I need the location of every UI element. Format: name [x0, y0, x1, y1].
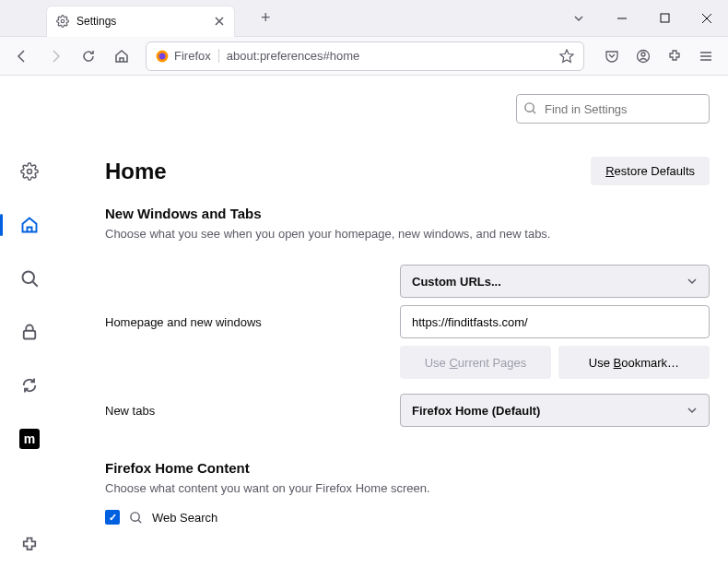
reload-button[interactable]	[74, 41, 103, 71]
find-in-settings-input[interactable]	[516, 94, 710, 124]
new-tab-button[interactable]: +	[253, 8, 278, 28]
settings-sidebar: m	[0, 76, 59, 567]
page-title: Home	[105, 159, 167, 184]
chevron-down-icon[interactable]	[557, 13, 601, 24]
homepage-label: Homepage and new windows	[105, 315, 391, 329]
gear-icon	[56, 15, 69, 28]
m-badge-icon: m	[19, 429, 40, 449]
svg-point-0	[61, 19, 65, 23]
sidebar-item-sync[interactable]	[17, 372, 42, 398]
pocket-icon[interactable]	[597, 41, 627, 71]
websearch-checkbox[interactable]	[105, 510, 120, 525]
homepage-select-value: Custom URLs...	[412, 275, 501, 289]
newtabs-select-value: Firefox Home (Default)	[412, 404, 540, 418]
use-bookmark-button[interactable]: Use Bookmark…	[558, 346, 710, 379]
search-icon	[523, 101, 537, 115]
back-button[interactable]	[7, 41, 37, 71]
minimize-button[interactable]	[601, 0, 643, 37]
extensions-icon[interactable]	[660, 41, 689, 71]
sidebar-item-general[interactable]	[17, 159, 42, 184]
sidebar-item-extensions[interactable]	[17, 541, 42, 567]
window-titlebar: Settings +	[0, 0, 728, 37]
maximize-button[interactable]	[643, 0, 686, 37]
menu-icon[interactable]	[691, 41, 721, 71]
svg-rect-8	[24, 331, 36, 339]
websearch-label: Web Search	[152, 511, 217, 525]
sidebar-item-search[interactable]	[17, 266, 42, 291]
homepage-mode-select[interactable]: Custom URLs...	[400, 265, 710, 298]
svg-rect-1	[661, 14, 669, 22]
home-button[interactable]	[107, 41, 136, 71]
svg-point-10	[131, 512, 139, 520]
section-home-content-title: Firefox Home Content	[105, 460, 710, 476]
close-window-button[interactable]	[686, 0, 728, 37]
sidebar-item-home[interactable]	[17, 212, 42, 238]
newtabs-select[interactable]: Firefox Home (Default)	[400, 394, 710, 427]
search-icon	[129, 511, 143, 525]
url-bar[interactable]: Firefox about:preferences#home	[146, 41, 584, 71]
svg-point-5	[641, 53, 645, 56]
svg-point-9	[525, 103, 534, 112]
chevron-down-icon	[687, 276, 698, 287]
svg-point-6	[28, 170, 32, 174]
browser-toolbar: Firefox about:preferences#home	[0, 37, 728, 76]
close-icon[interactable]	[214, 16, 225, 27]
tab-title: Settings	[76, 15, 214, 28]
firefox-icon	[156, 50, 169, 63]
svg-point-3	[159, 53, 166, 59]
url-text: about:preferences#home	[227, 49, 552, 63]
section-new-windows-desc: Choose what you see when you open your h…	[105, 227, 710, 241]
sidebar-item-more[interactable]: m	[17, 426, 42, 452]
newtabs-label: New tabs	[105, 404, 391, 418]
account-icon[interactable]	[628, 41, 658, 71]
bookmark-star-icon[interactable]	[559, 49, 574, 64]
site-identity: Firefox	[156, 49, 219, 63]
section-new-windows-title: New Windows and Tabs	[105, 206, 710, 221]
browser-tab[interactable]: Settings	[46, 6, 235, 37]
forward-button[interactable]	[41, 41, 70, 71]
section-home-content-desc: Choose what content you want on your Fir…	[105, 481, 710, 495]
chevron-down-icon	[687, 405, 698, 416]
sidebar-item-privacy[interactable]	[17, 319, 42, 345]
use-current-pages-button[interactable]: Use Current Pages	[400, 346, 551, 379]
restore-defaults-button[interactable]: Restore Defaults	[591, 157, 710, 185]
settings-main: Home Restore Defaults New Windows and Ta…	[59, 76, 728, 567]
svg-point-7	[23, 272, 35, 284]
homepage-url-input[interactable]	[400, 305, 710, 338]
